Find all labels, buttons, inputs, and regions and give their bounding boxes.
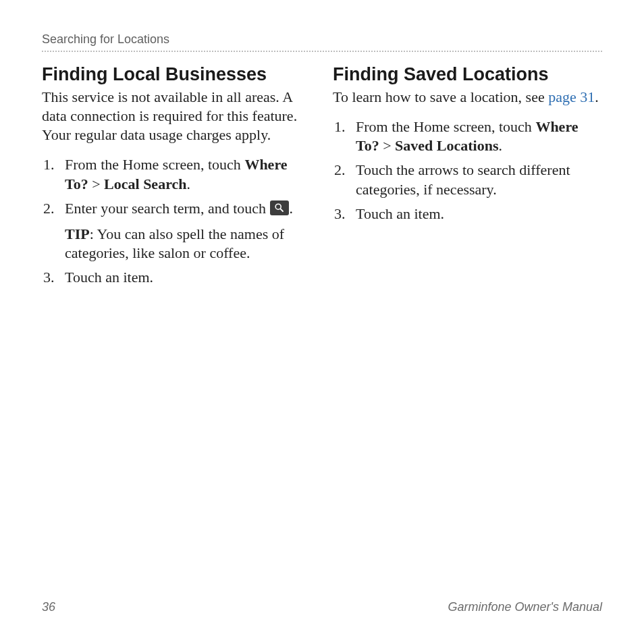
step-post: . bbox=[187, 176, 191, 192]
column-right: Finding Saved Locations To learn how to … bbox=[333, 64, 602, 292]
page-footer: 36 Garminfone Owner's Manual bbox=[42, 600, 602, 614]
intro-post: . bbox=[595, 88, 599, 105]
steps-saved-locations: From the Home screen, touch Where To? > … bbox=[333, 117, 602, 223]
nav-separator: > bbox=[379, 137, 395, 154]
step-1: From the Home screen, touch Where To? > … bbox=[333, 117, 602, 155]
running-head: Searching for Locations bbox=[42, 32, 602, 52]
step-text: From the Home screen, touch bbox=[356, 118, 535, 135]
nav-local-search: Local Search bbox=[104, 176, 186, 192]
tip-text: : You can also spell the names of catego… bbox=[65, 225, 284, 261]
step-3: Touch an item. bbox=[42, 268, 311, 287]
column-left: Finding Local Businesses This service is… bbox=[42, 64, 311, 292]
step-2: Enter your search term, and touch . TIP:… bbox=[42, 199, 311, 263]
page-number: 36 bbox=[42, 600, 55, 614]
book-title: Garminfone Owner's Manual bbox=[448, 600, 602, 614]
heading-saved-locations: Finding Saved Locations bbox=[333, 64, 602, 85]
step-text: Touch the arrows to search different cat… bbox=[356, 161, 570, 197]
link-page-31[interactable]: page 31 bbox=[548, 88, 595, 105]
search-icon bbox=[270, 200, 289, 215]
svg-line-1 bbox=[280, 209, 283, 211]
intro-saved-locations: To learn how to save a location, see pag… bbox=[333, 88, 602, 107]
step-post: . bbox=[499, 137, 503, 154]
step-post: . bbox=[290, 200, 294, 217]
step-text: From the Home screen, touch bbox=[65, 156, 244, 173]
step-2: Touch the arrows to search different cat… bbox=[333, 161, 602, 198]
intro-pre: To learn how to save a location, see bbox=[333, 88, 548, 105]
nav-saved-locations: Saved Locations bbox=[395, 137, 498, 154]
step-text: Touch an item. bbox=[65, 269, 153, 286]
heading-local-businesses: Finding Local Businesses bbox=[42, 64, 311, 85]
step-text: Enter your search term, and touch bbox=[65, 200, 270, 217]
step-3: Touch an item. bbox=[333, 205, 602, 223]
step-text: Touch an item. bbox=[356, 205, 444, 222]
step-1: From the Home screen, touch Where To? > … bbox=[42, 155, 311, 193]
steps-local-businesses: From the Home screen, touch Where To? > … bbox=[42, 155, 311, 287]
tip-block: TIP: You can also spell the names of cat… bbox=[65, 225, 311, 263]
intro-local-businesses: This service is not available in all are… bbox=[42, 88, 311, 144]
nav-separator: > bbox=[88, 176, 104, 192]
tip-label: TIP bbox=[65, 225, 90, 242]
content-columns: Finding Local Businesses This service is… bbox=[42, 64, 602, 292]
